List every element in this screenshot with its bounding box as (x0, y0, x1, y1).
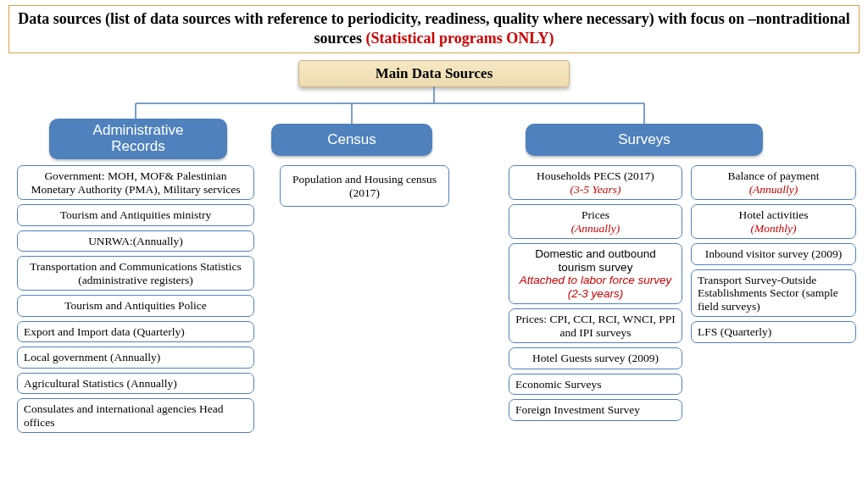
survey-item: Households PECS (2017) (3-5 Years) (509, 165, 682, 200)
admin-item: Local government (Annually) (17, 347, 254, 369)
survey-title: Prices (581, 208, 609, 221)
survey-note: (Annually) (571, 222, 620, 235)
admin-item: Agricultural Statistics (Annually) (17, 373, 254, 395)
survey-title: Households PECS (2017) (537, 169, 654, 182)
surveys-column-a: Households PECS (2017) (3-5 Years) Price… (509, 165, 682, 425)
survey-item: Domestic and outbound tourism survey Att… (509, 243, 682, 304)
admin-item: Tourism and Antiquities Police (17, 295, 254, 317)
root-node: Main Data Sources (298, 60, 570, 87)
survey-item: Prices: CPI, CCI, RCI, WNCI, PPI and IPI… (509, 308, 682, 343)
survey-note: (Monthly) (751, 222, 797, 235)
admin-item: Consulates and international agencies He… (17, 398, 254, 433)
census-column: Population and Housing census (2017) (280, 165, 449, 211)
survey-note: Attached to labor force survey (2-3 year… (520, 274, 671, 300)
admin-item: Transportation and Communications Statis… (17, 256, 254, 291)
survey-item: Economic Surveys (509, 374, 682, 396)
admin-item: UNRWA:(Annually) (17, 230, 254, 252)
admin-item: Export and Import data (Quarterly) (17, 321, 254, 343)
category-surveys: Surveys (526, 124, 763, 156)
survey-title: Hotel activities (738, 208, 808, 221)
category-admin: AdministrativeRecords (49, 119, 227, 159)
survey-item: LFS (Quarterly) (691, 321, 856, 343)
survey-item: Prices (Annually) (509, 204, 682, 239)
census-item: Population and Housing census (2017) (280, 165, 449, 207)
title-highlight: (Statistical programs ONLY) (366, 30, 554, 47)
survey-item: Transport Survey-Outside Establishments … (691, 269, 856, 318)
admin-item: Tourism and Antiquities ministry (17, 204, 254, 226)
survey-title: Domestic and outbound tourism survey (535, 247, 656, 274)
category-census: Census (271, 124, 432, 156)
admin-item: Government: MOH, MOF& Palestinian Moneta… (17, 165, 254, 200)
survey-note: (Annually) (749, 183, 798, 196)
admin-column: Government: MOH, MOF& Palestinian Moneta… (17, 165, 254, 437)
survey-item: Hotel Guests survey (2009) (509, 347, 682, 369)
survey-item: Balance of payment (Annually) (691, 165, 856, 200)
survey-item: Hotel activities (Monthly) (691, 204, 856, 239)
survey-item: Foreign Investment Survey (509, 399, 682, 421)
surveys-column-b: Balance of payment (Annually) Hotel acti… (691, 165, 856, 347)
page-title: Data sources (list of data sources with … (8, 5, 860, 53)
survey-title: Balance of payment (728, 169, 820, 182)
category-admin-label: AdministrativeRecords (93, 123, 184, 154)
survey-note: (3-5 Years) (570, 183, 621, 196)
survey-item: Inbound visitor survey (2009) (691, 243, 856, 265)
